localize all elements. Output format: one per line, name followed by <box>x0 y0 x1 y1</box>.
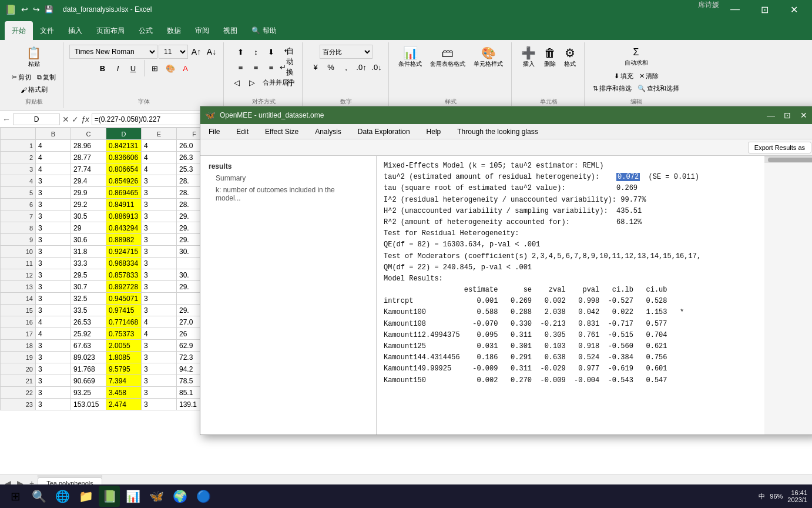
sidebar-results-header[interactable]: results <box>205 161 371 172</box>
openmee-menu-through[interactable]: Through the looking glass <box>454 126 541 137</box>
cell-d[interactable]: 0.806654 <box>106 163 142 175</box>
fill-color-btn[interactable]: 🎨 <box>163 61 177 75</box>
cell-d[interactable]: 0.84911 <box>106 199 142 210</box>
sort-filter-btn[interactable]: ⇅ 排序和筛选 <box>590 83 634 94</box>
cell-e[interactable]: 3 <box>142 258 177 269</box>
cell-b[interactable]: 3 <box>36 175 71 187</box>
cell-b[interactable]: 3 <box>36 293 71 305</box>
fill-btn[interactable]: ⬇ 填充 <box>612 71 636 82</box>
scrollbar-thumb[interactable] <box>768 158 812 162</box>
decrease-indent-btn[interactable]: ◁ <box>230 75 244 89</box>
cell-c[interactable]: 28.77 <box>71 152 106 163</box>
cell-e[interactable]: 3 <box>142 222 177 234</box>
cell-e[interactable]: 3 <box>142 305 177 316</box>
cell-d[interactable]: 0.771468 <box>106 316 142 328</box>
taskbar-globe-btn[interactable]: 🌐 <box>52 486 73 507</box>
cell-c[interactable]: 30.5 <box>71 210 106 222</box>
taskbar-start-btn[interactable]: ⊞ <box>5 486 26 507</box>
cancel-formula-icon[interactable]: ✕ <box>62 115 69 124</box>
cell-d[interactable]: 2.0055 <box>106 340 142 352</box>
align-top-btn[interactable]: ⬆ <box>234 45 248 59</box>
cell-b[interactable]: 4 <box>36 140 71 152</box>
merge-center-btn[interactable]: 合并并居中 <box>260 77 297 88</box>
cell-b[interactable]: 3 <box>36 258 71 269</box>
cell-d[interactable]: 0.892728 <box>106 281 142 293</box>
restore-btn[interactable]: ⊡ <box>751 0 778 19</box>
results-horizontal-scrollbar[interactable] <box>764 156 812 163</box>
cell-b[interactable]: 3 <box>36 340 71 352</box>
cell-b[interactable]: 3 <box>36 363 71 375</box>
cell-e[interactable]: 3 <box>142 399 177 410</box>
cell-e[interactable]: 4 <box>142 316 177 328</box>
cell-d[interactable]: 1.8085 <box>106 352 142 363</box>
cell-c[interactable]: 29.2 <box>71 199 106 210</box>
cell-d[interactable]: 0.97415 <box>106 305 142 316</box>
font-color-btn[interactable]: A <box>179 61 193 75</box>
cell-d[interactable]: 0.843294 <box>106 222 142 234</box>
cell-c[interactable]: 29.4 <box>71 175 106 187</box>
cell-d[interactable]: 7.394 <box>106 375 142 387</box>
taskbar-folder-btn[interactable]: 📁 <box>75 486 96 507</box>
decrease-decimal-btn[interactable]: .0↓ <box>370 60 384 74</box>
italic-btn[interactable]: I <box>111 61 125 75</box>
increase-decimal-btn[interactable]: .0↑ <box>354 60 368 74</box>
openmee-menu-file[interactable]: File <box>205 126 223 137</box>
delete-btn[interactable]: 🗑 删除 <box>541 45 559 71</box>
cell-b[interactable]: 3 <box>36 234 71 246</box>
cell-e[interactable]: 3 <box>142 246 177 258</box>
cell-d[interactable]: 0.886913 <box>106 210 142 222</box>
tab-formula[interactable]: 页面布局 <box>89 21 132 40</box>
openmee-menu-edit[interactable]: Edit <box>233 126 252 137</box>
cell-e[interactable]: 3 <box>142 210 177 222</box>
cell-e[interactable]: 3 <box>142 199 177 210</box>
openmee-restore-btn[interactable]: ⊡ <box>780 109 795 122</box>
cell-c[interactable]: 31.8 <box>71 246 106 258</box>
conditional-format-btn[interactable]: 📊 条件格式 <box>395 45 425 71</box>
cell-e[interactable]: 3 <box>142 352 177 363</box>
cell-e[interactable]: 4 <box>142 328 177 340</box>
openmee-results-panel[interactable]: Mixed-Effects Model (k = 105; tau^2 esti… <box>377 156 764 435</box>
cell-b[interactable]: 3 <box>36 199 71 210</box>
align-left-btn[interactable]: ≡ <box>234 60 248 74</box>
cell-e[interactable]: 4 <box>142 163 177 175</box>
font-name-select[interactable]: Times New Roman <box>69 45 157 59</box>
confirm-formula-icon[interactable]: ✓ <box>72 115 79 124</box>
cell-c[interactable]: 29.9 <box>71 187 106 199</box>
cell-c[interactable]: 33.3 <box>71 258 106 269</box>
percent-btn[interactable]: % <box>324 60 338 74</box>
cell-c[interactable]: 25.92 <box>71 328 106 340</box>
cell-b[interactable]: 4 <box>36 163 71 175</box>
taskbar-search-btn[interactable]: 🔍 <box>28 486 49 507</box>
tab-data[interactable]: 公式 <box>132 21 160 40</box>
cell-c[interactable]: 33.5 <box>71 305 106 316</box>
taskbar-openmee-btn[interactable]: 🦋 <box>146 486 167 507</box>
align-bottom-btn[interactable]: ⬇ <box>264 45 279 59</box>
cell-e[interactable]: 3 <box>142 234 177 246</box>
taskbar-excel2-btn[interactable]: 📊 <box>122 486 143 507</box>
cell-c[interactable]: 30.7 <box>71 281 106 293</box>
cell-b[interactable]: 3 <box>36 246 71 258</box>
cell-e[interactable]: 3 <box>142 187 177 199</box>
cell-c[interactable]: 90.669 <box>71 375 106 387</box>
cell-d[interactable]: 0.836606 <box>106 152 142 163</box>
cell-b[interactable]: 3 <box>36 375 71 387</box>
cell-b[interactable]: 3 <box>36 352 71 363</box>
cell-b[interactable]: 3 <box>36 281 71 293</box>
cell-d[interactable]: 0.968334 <box>106 258 142 269</box>
cell-d[interactable]: 0.945071 <box>106 293 142 305</box>
cell-b[interactable]: 3 <box>36 222 71 234</box>
openmee-menu-help[interactable]: Help <box>423 126 445 137</box>
minimize-btn[interactable]: — <box>722 0 749 19</box>
cell-d[interactable]: 0.869465 <box>106 187 142 199</box>
undo-btn[interactable]: ↩ <box>21 5 28 14</box>
cell-b[interactable]: 3 <box>36 387 71 399</box>
format-painter-btn[interactable]: 🖌 格式刷 <box>18 84 50 95</box>
nav-back-icon[interactable]: ← <box>2 115 11 124</box>
font-shrink-btn[interactable]: A↓ <box>204 45 219 59</box>
col-header-c[interactable]: C <box>71 128 106 140</box>
tab-view[interactable]: 审阅 <box>188 21 216 40</box>
col-header-d[interactable]: D <box>106 128 142 140</box>
col-header-e[interactable]: E <box>142 128 177 140</box>
cell-b[interactable]: 3 <box>36 305 71 316</box>
taskbar-chrome-btn[interactable]: 🌍 <box>169 486 190 507</box>
